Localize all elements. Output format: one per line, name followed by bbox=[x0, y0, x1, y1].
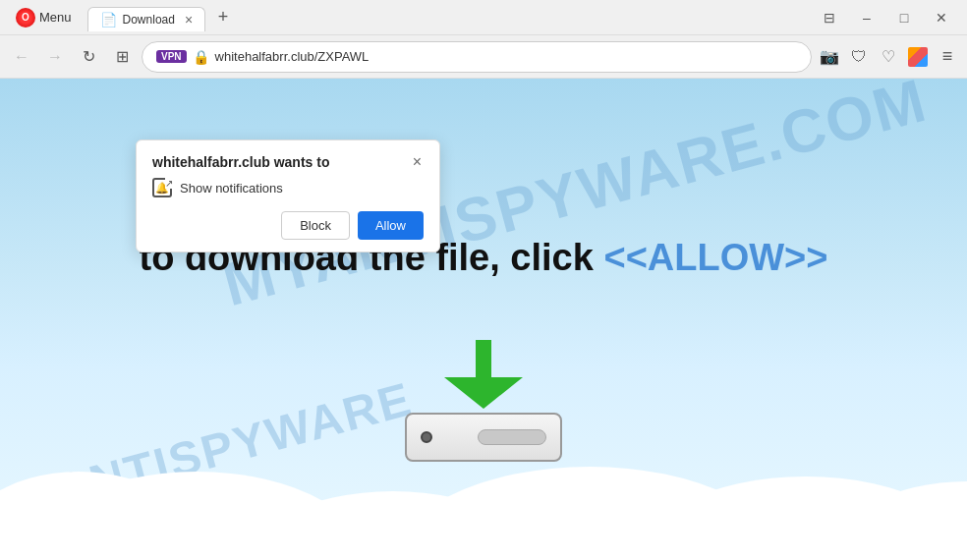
stash-button[interactable]: ⊟ bbox=[812, 0, 847, 35]
tab-title: Download bbox=[123, 13, 175, 27]
allow-button[interactable]: Allow bbox=[358, 211, 424, 240]
url-path: /ZXPAWL bbox=[314, 49, 370, 64]
hdd-slot bbox=[478, 429, 546, 445]
window-controls: ⊟ – □ ✕ bbox=[812, 0, 959, 35]
download-illustration bbox=[405, 340, 562, 462]
notification-bell-icon: 🔔 bbox=[152, 178, 172, 197]
address-bar: ← → ↻ ⊞ VPN 🔒 whitehalfabrr.club/ZXPAWL … bbox=[0, 35, 967, 79]
forward-button[interactable]: → bbox=[41, 43, 69, 71]
browser-menu-button[interactable]: ≡ bbox=[936, 45, 959, 69]
opera-logo: O bbox=[16, 8, 35, 28]
block-button[interactable]: Block bbox=[281, 211, 350, 240]
shield-icon[interactable]: 🛡 bbox=[847, 45, 871, 69]
minimize-button[interactable]: – bbox=[849, 0, 884, 35]
svg-marker-8 bbox=[444, 377, 523, 409]
speed-dial-icon[interactable] bbox=[906, 45, 930, 69]
address-field[interactable]: VPN 🔒 whitehalfabrr.club/ZXPAWL bbox=[142, 41, 812, 73]
svg-rect-6 bbox=[0, 521, 967, 560]
popup-close-button[interactable]: × bbox=[411, 154, 424, 170]
active-tab[interactable]: 📄 Download × bbox=[87, 7, 206, 31]
url-text: whitehalfabrr.club/ZXPAWL bbox=[215, 49, 797, 64]
popup-notification-row: 🔔 Show notifications bbox=[152, 178, 424, 197]
title-bar: O Menu 📄 Download × + ⊟ – □ ✕ bbox=[0, 0, 967, 35]
webpage: MYANTISPYWARE.COM MYANTISPYWARE to downl… bbox=[0, 79, 967, 560]
popup-actions: Block Allow bbox=[152, 211, 424, 240]
reload-button[interactable]: ↻ bbox=[75, 43, 102, 71]
tabs-area: 📄 Download × + bbox=[80, 4, 812, 31]
notification-popup: whitehalfabrr.club wants to × 🔔 Show not… bbox=[136, 140, 440, 252]
url-domain: whitehalfabrr.club bbox=[215, 49, 314, 64]
svg-rect-7 bbox=[476, 340, 491, 377]
secure-icon: 🔒 bbox=[193, 49, 209, 65]
tabs-view-button[interactable]: ⊞ bbox=[108, 43, 136, 71]
hdd-body bbox=[405, 413, 562, 462]
tab-close-button[interactable]: × bbox=[185, 12, 193, 28]
menu-label: Menu bbox=[39, 10, 72, 25]
new-tab-button[interactable]: + bbox=[209, 4, 237, 31]
hdd-dot bbox=[421, 431, 432, 443]
popup-title: whitehalfabrr.club wants to bbox=[152, 154, 329, 170]
close-window-button[interactable]: ✕ bbox=[924, 0, 959, 35]
back-button[interactable]: ← bbox=[8, 43, 35, 71]
headline-cta: <<ALLOW>> bbox=[603, 237, 827, 278]
popup-header: whitehalfabrr.club wants to × bbox=[152, 154, 424, 170]
vpn-badge: VPN bbox=[156, 50, 187, 63]
heart-icon[interactable]: ♡ bbox=[877, 45, 900, 69]
opera-menu[interactable]: O Menu bbox=[8, 4, 80, 31]
browser-frame: O Menu 📄 Download × + ⊟ – □ ✕ ← → ↻ ⊞ VP… bbox=[0, 0, 967, 560]
tab-favicon: 📄 bbox=[100, 12, 117, 28]
maximize-button[interactable]: □ bbox=[886, 0, 922, 35]
popup-notification-text: Show notifications bbox=[180, 181, 283, 196]
download-arrow bbox=[444, 340, 523, 409]
camera-icon[interactable]: 📷 bbox=[818, 45, 841, 69]
address-actions: 📷 🛡 ♡ ≡ bbox=[818, 45, 959, 69]
